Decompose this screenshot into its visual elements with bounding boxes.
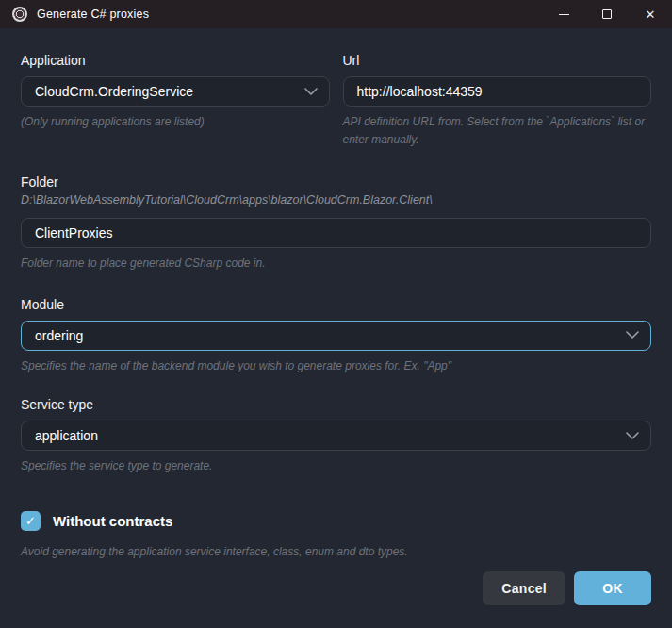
- service-type-combobox-value: application: [35, 428, 626, 443]
- ok-button[interactable]: OK: [574, 571, 651, 605]
- dialog-body: Application CloudCrm.OrderingService (On…: [0, 28, 672, 628]
- folder-label: Folder: [21, 174, 651, 190]
- module-helper: Specifies the name of the backend module…: [21, 357, 651, 375]
- close-icon: ✕: [646, 8, 656, 21]
- close-button[interactable]: ✕: [629, 0, 672, 28]
- module-combobox[interactable]: ordering: [21, 321, 651, 351]
- url-input-value: http://localhost:44359: [357, 84, 640, 99]
- url-helper: API definition URL from. Select from the…: [343, 113, 652, 148]
- without-contracts-group: ✓ Without contracts Avoid generating the…: [21, 498, 651, 561]
- chevron-down-icon: [626, 432, 639, 440]
- chevron-down-icon: [626, 331, 639, 339]
- module-label: Module: [21, 297, 651, 312]
- app-logo-icon: [12, 7, 27, 22]
- folder-input-value: ClientProxies: [35, 225, 639, 240]
- service-type-label: Service type: [21, 397, 651, 412]
- window-controls: ✕: [542, 0, 672, 28]
- check-icon: ✓: [25, 514, 36, 528]
- maximize-button[interactable]: [585, 0, 629, 28]
- application-helper: (Only running applications are listed): [21, 113, 330, 131]
- folder-input[interactable]: ClientProxies: [21, 218, 651, 248]
- folder-path: D:\BlazorWebAssemblyTutorial\CloudCrm\ap…: [21, 193, 651, 207]
- without-contracts-label[interactable]: Without contracts: [53, 513, 172, 529]
- application-label: Application: [21, 53, 330, 68]
- application-field-group: Application CloudCrm.OrderingService (On…: [21, 53, 330, 148]
- module-field-group: Module ordering Specifies the name of th…: [21, 297, 651, 375]
- url-input[interactable]: http://localhost:44359: [343, 76, 652, 107]
- module-combobox-value: ordering: [35, 328, 626, 343]
- service-type-combobox[interactable]: application: [21, 421, 651, 451]
- window-title: Generate C# proxies: [37, 8, 149, 21]
- service-type-field-group: Service type application Specifies the s…: [21, 397, 651, 475]
- chevron-down-icon: [304, 88, 318, 96]
- minimize-button[interactable]: [542, 0, 585, 28]
- cancel-button[interactable]: Cancel: [483, 571, 565, 605]
- application-select[interactable]: CloudCrm.OrderingService: [21, 76, 330, 107]
- service-type-helper: Specifies the service type to generate.: [21, 457, 651, 475]
- maximize-icon: [602, 9, 612, 19]
- folder-helper: Folder name to place generated CSharp co…: [21, 255, 651, 273]
- folder-field-group: Folder D:\BlazorWebAssemblyTutorial\Clou…: [21, 174, 651, 273]
- url-field-group: Url http://localhost:44359 API definitio…: [343, 53, 652, 148]
- generate-proxies-dialog: Generate C# proxies ✕ Application CloudC…: [0, 0, 672, 628]
- without-contracts-row: ✓ Without contracts: [21, 511, 651, 531]
- without-contracts-helper: Avoid generating the application service…: [21, 543, 651, 561]
- dialog-footer: Cancel OK: [21, 562, 651, 605]
- url-label: Url: [343, 53, 652, 68]
- without-contracts-checkbox[interactable]: ✓: [21, 511, 41, 531]
- minimize-icon: [559, 14, 569, 15]
- application-url-row: Application CloudCrm.OrderingService (On…: [21, 53, 651, 148]
- titlebar: Generate C# proxies ✕: [0, 0, 672, 28]
- application-select-value: CloudCrm.OrderingService: [35, 84, 304, 99]
